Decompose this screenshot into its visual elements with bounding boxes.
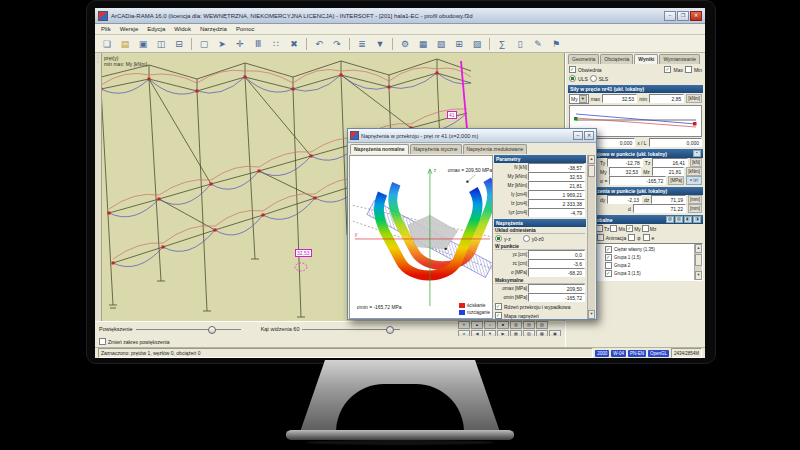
sigma-max-field[interactable]: 209,50 <box>528 284 585 293</box>
section-forces-close-icon[interactable]: ▪ <box>693 150 701 157</box>
status-badge[interactable]: PN-EN <box>628 350 646 357</box>
stop-button[interactable]: ■ <box>497 321 509 329</box>
zoom-range-checkbox[interactable] <box>99 338 106 345</box>
group-checkbox[interactable] <box>605 262 612 269</box>
list-item[interactable]: Grupa 3 (1,5) <box>605 269 693 277</box>
iy-param-field[interactable]: 1 969,21 <box>528 190 585 199</box>
pointer-icon[interactable]: ➤ <box>214 36 230 52</box>
sum-icon[interactable]: ∑ <box>494 36 510 52</box>
settings-icon[interactable]: ⚑ <box>548 36 564 52</box>
zoom-slider-thumb[interactable] <box>208 326 216 334</box>
chevron-down-icon[interactable]: ▼ <box>579 95 587 103</box>
list-scrollbar[interactable]: ▲ ▼ <box>694 244 702 280</box>
iz-param-field[interactable]: 2 333,38 <box>528 199 585 208</box>
core-checkbox[interactable] <box>495 303 502 310</box>
global-view-3-icon[interactable]: ◧ <box>684 216 692 223</box>
menu-widok[interactable]: Widok <box>174 26 191 32</box>
view-layout-3-button[interactable]: ▧ <box>536 321 548 329</box>
ty-field[interactable]: -12,78 <box>607 158 643 167</box>
tab-obciazenia[interactable]: Obciążenia <box>600 54 633 64</box>
ms-checkbox[interactable] <box>610 225 617 232</box>
report-icon[interactable]: ▨ <box>469 36 485 52</box>
close-button[interactable]: ✕ <box>690 11 702 21</box>
list-item[interactable]: Grupa 2 <box>605 261 693 269</box>
zc-field[interactable]: -3,6 <box>528 259 585 268</box>
edit-icon[interactable]: ✎ <box>530 36 546 52</box>
filter-members-icon[interactable]: ≣ <box>354 36 370 52</box>
force-quantity-select[interactable]: My ▼ <box>569 94 589 104</box>
menu-edycja[interactable]: Edycja <box>147 26 165 32</box>
max-checkbox[interactable] <box>664 66 671 73</box>
sigma-min-field[interactable]: -165,72 <box>528 293 585 302</box>
sls-radio[interactable] <box>590 75 597 82</box>
e-checkbox[interactable] <box>643 234 650 241</box>
open-icon[interactable]: ▤ <box>117 36 133 52</box>
map-checkbox[interactable] <box>495 312 502 319</box>
d-field[interactable]: 71,22 <box>633 204 686 213</box>
dialog-titlebar[interactable]: Naprężenia w przekroju - pręt nr 41 (x=2… <box>348 129 596 143</box>
dialog-scroll-up-icon[interactable]: ▲ <box>588 155 595 164</box>
envelope-checkbox[interactable] <box>569 66 576 73</box>
mz-checkbox[interactable] <box>642 225 649 232</box>
sigma-field[interactable]: -165,72 <box>609 176 666 185</box>
tab-zredukowane[interactable]: Naprężenia zredukowane <box>463 144 528 154</box>
menu-wersje[interactable]: Wersje <box>120 26 139 32</box>
force-max-field[interactable]: 32,53 <box>602 94 637 103</box>
delete-icon[interactable]: ✖ <box>286 36 302 52</box>
document-icon[interactable]: ▯ <box>512 36 528 52</box>
tab-wymiarowanie[interactable]: Wymiarowanie <box>659 54 700 64</box>
dialog-close-button[interactable]: ✕ <box>584 131 594 140</box>
nodes-icon[interactable]: ∷ <box>268 36 284 52</box>
status-badge[interactable]: OpenGL <box>648 350 669 357</box>
dialog-scrollbar[interactable]: ▲ ▼ <box>587 155 595 319</box>
filter-icon[interactable]: ▼ <box>372 36 388 52</box>
min-checkbox[interactable] <box>685 66 692 73</box>
menu-plik[interactable]: Plik <box>101 26 111 32</box>
iyz-param-field[interactable]: -4,79 <box>528 208 585 217</box>
xl-field[interactable]: 0,000 <box>649 138 702 147</box>
zoom-slider[interactable] <box>136 329 241 330</box>
dz-field[interactable]: 71,19 <box>651 195 686 204</box>
status-badge[interactable]: 2000 <box>595 350 609 357</box>
angle-slider[interactable] <box>302 329 400 330</box>
results-table-icon[interactable]: ▦ <box>415 36 431 52</box>
yz-radio[interactable] <box>495 235 502 242</box>
angle-slider-thumb[interactable] <box>386 326 394 334</box>
mz-param-field[interactable]: 21,81 <box>528 181 585 190</box>
members-icon[interactable]: Ⅲ <box>250 36 266 52</box>
minimize-button[interactable]: – <box>664 11 676 21</box>
global-view-4-icon[interactable]: ◨ <box>693 216 701 223</box>
uls-radio[interactable] <box>569 75 576 82</box>
view-layout-2-button[interactable]: ▤ <box>523 321 535 329</box>
pan-up-button[interactable]: ▲ <box>471 321 483 329</box>
global-view-1-icon[interactable]: ▧ <box>666 216 674 223</box>
tz-field[interactable]: 16,41 <box>652 158 688 167</box>
dy-field[interactable]: -2,13 <box>607 195 642 204</box>
grid-icon[interactable]: ⊞ <box>451 36 467 52</box>
n-param-field[interactable]: -38,57 <box>528 163 585 172</box>
animacja-checkbox[interactable] <box>597 234 604 241</box>
force-min-field[interactable]: 2,85 <box>649 94 684 103</box>
list-item[interactable]: Ciężar własny (1,35) <box>605 245 693 253</box>
sigma-p-button[interactable]: σ (p) <box>686 176 702 185</box>
save-icon[interactable]: ▣ <box>135 36 151 52</box>
undo-icon[interactable]: ↶ <box>311 36 327 52</box>
canvas-side-strip[interactable]: ⋮⋮ <box>95 53 102 321</box>
selection-icon[interactable]: ▢ <box>196 36 212 52</box>
dialog-scroll-down-icon[interactable]: ▼ <box>588 310 595 319</box>
tab-geometria[interactable]: Geometria <box>568 54 599 64</box>
tab-wyniki[interactable]: Wyniki <box>634 54 658 64</box>
menu-narzedzia[interactable]: Narzędzia <box>200 26 227 32</box>
tab-normalne[interactable]: Naprężenia normalne <box>350 144 409 154</box>
save-all-icon[interactable]: ◫ <box>153 36 169 52</box>
my-field[interactable]: 32,53 <box>609 167 641 176</box>
results-chart-icon[interactable]: ▧ <box>433 36 449 52</box>
close-view-button[interactable]: ✕ <box>458 321 470 329</box>
print-icon[interactable]: ⊟ <box>171 36 187 52</box>
y0z0-radio[interactable] <box>523 235 530 242</box>
status-badge[interactable]: W-04 <box>611 350 626 357</box>
list-item[interactable]: Grupa 1 (1,5) <box>605 253 693 261</box>
pan-icon[interactable]: ✛ <box>232 36 248 52</box>
group-checkbox[interactable] <box>605 246 612 253</box>
dialog-scroll-thumb[interactable] <box>588 165 595 177</box>
